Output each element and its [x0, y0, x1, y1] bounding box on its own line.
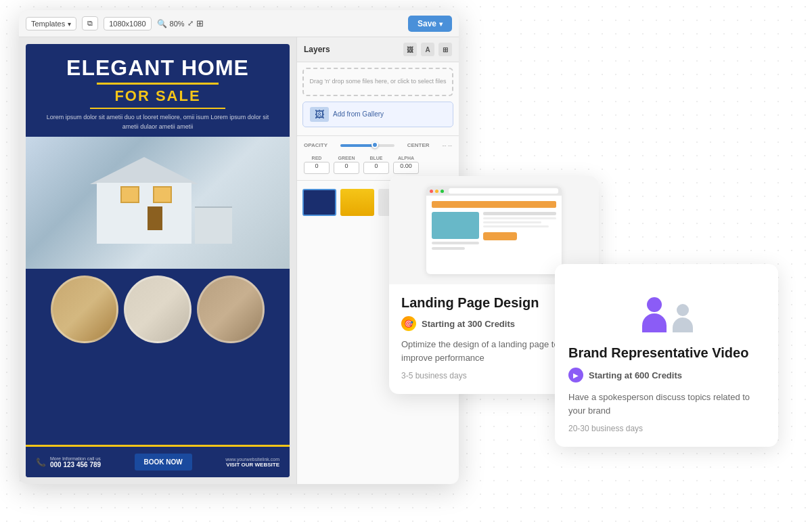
opacity-row: OPACITY CENTER -- --: [297, 139, 459, 152]
opacity-thumb[interactable]: [371, 141, 378, 148]
person-head-secondary: [677, 304, 689, 316]
phone-number: 000 123 456 789: [50, 461, 101, 468]
canvas-size-label: 1080x1080: [109, 20, 145, 28]
resize-icon: [187, 19, 194, 28]
brand-card-description: Have a spokesperson discuss topics relat…: [568, 391, 765, 417]
house-window-right: [153, 186, 172, 203]
flyer-title-bar: [97, 83, 219, 85]
drop-text: Drag 'n' drop some files here, or click …: [309, 77, 447, 87]
circle-bedroom: [197, 276, 265, 343]
mini-text-sm-3: [483, 225, 549, 227]
layers-icon-text[interactable]: A: [421, 43, 434, 56]
zoom-label: 80%: [170, 20, 185, 28]
mini-header-bar: [432, 201, 556, 208]
save-button[interactable]: Save: [408, 16, 452, 32]
templates-dropdown[interactable]: Templates: [26, 17, 76, 30]
flyer-title-line1: ELEGANT HOME: [39, 56, 276, 80]
layers-icon-add[interactable]: ⊞: [438, 43, 452, 56]
templates-chevron-icon: [68, 20, 71, 28]
opacity-label: OPACITY: [304, 142, 328, 148]
flyer-subtitle-bar: [90, 108, 225, 109]
dot-green: [441, 190, 444, 193]
dot-yellow: [435, 190, 438, 193]
house-illustration: [83, 149, 232, 257]
flyer-template: ELEGANT HOME FOR SALE Lorem ipsum dolor …: [26, 44, 290, 477]
blue-input[interactable]: 0: [363, 162, 389, 174]
grid-icon: [196, 18, 204, 28]
mini-right-col: [483, 212, 556, 250]
house-body: [97, 183, 191, 244]
editor-toolbar: Templates 1080x1080 🔍 80% Save: [19, 10, 459, 37]
alpha-input[interactable]: 0.00: [393, 162, 419, 174]
mini-text-sm-1: [483, 217, 556, 219]
mini-browser-bar: [426, 186, 562, 196]
channel-alpha: ALPHA 0.00: [393, 156, 419, 174]
layer-thumb-2[interactable]: [340, 189, 374, 216]
layers-header: Layers 🖼 A ⊞: [297, 37, 459, 62]
flyer-header: ELEGANT HOME FOR SALE Lorem ipsum dolor …: [26, 44, 290, 137]
footer-phone: 📞 More Information call us 000 123 456 7…: [36, 456, 101, 468]
brand-icon-area: [568, 280, 765, 334]
copy-icon: [87, 19, 93, 28]
dot-red: [430, 190, 433, 193]
red-input[interactable]: 0: [304, 162, 330, 174]
person-head-main: [647, 297, 662, 312]
templates-label: Templates: [31, 20, 65, 28]
flyer-title-line2: FOR SALE: [39, 87, 276, 105]
opacity-fill: [340, 144, 373, 147]
phone-label: More Information call us: [50, 456, 101, 461]
channel-green: GREEN 0: [334, 156, 359, 174]
person-body-secondary: [673, 317, 693, 332]
book-now-button[interactable]: BOOK NOW: [135, 454, 192, 470]
opacity-slider[interactable]: [340, 144, 394, 147]
visit-website-label: VISIT OUR WEBSITE: [225, 462, 279, 468]
gallery-label: Add from Gallery: [333, 110, 384, 118]
mini-page-content: [426, 196, 562, 255]
mini-left-col: [432, 212, 479, 250]
brand-card-days: 20-30 business days: [568, 424, 765, 433]
alpha-label: ALPHA: [398, 156, 414, 160]
center-label: CENTER: [407, 142, 430, 148]
red-label: RED: [312, 156, 322, 160]
footer-website: www.yourwebsitelink.com VISIT OUR WEBSIT…: [225, 457, 279, 468]
person-body-main: [642, 313, 667, 332]
brand-card-title: Brand Representative Video: [568, 345, 765, 361]
green-label: GREEN: [338, 156, 355, 160]
blue-label: BLUE: [369, 156, 382, 160]
mini-content-area: [432, 212, 556, 250]
layers-title: Layers: [304, 45, 330, 54]
landing-credits-text: Starting at 300 Credits: [422, 319, 515, 329]
mini-image-block: [432, 212, 479, 239]
circle-living: [124, 276, 191, 343]
save-chevron-icon: [439, 19, 443, 28]
person-icon-secondary: [667, 304, 698, 334]
house-roof: [90, 157, 198, 184]
flyer-circles: [26, 269, 290, 350]
mini-url-bar: [449, 188, 558, 194]
gallery-icon: 🖼: [310, 107, 329, 122]
brand-credits-icon: ▶: [568, 368, 583, 382]
brand-video-card: Brand Representative Video ▶ Starting at…: [555, 264, 778, 447]
green-input[interactable]: 0: [334, 162, 359, 174]
add-from-gallery-button[interactable]: 🖼 Add from Gallery: [302, 102, 453, 127]
flyer-main-image: [26, 137, 290, 269]
size-icon: [82, 16, 98, 30]
brand-credits-row: ▶ Starting at 600 Credits: [568, 368, 765, 382]
layers-divider-1: [297, 135, 459, 136]
layers-drop-area[interactable]: Drag 'n' drop some files here, or click …: [302, 68, 453, 96]
house-garage: [195, 206, 232, 244]
zoom-control[interactable]: 🔍 80%: [157, 18, 204, 28]
canvas-size[interactable]: 1080x1080: [104, 17, 151, 30]
color-channels: RED 0 GREEN 0 BLUE 0 ALPHA 0.00: [297, 152, 459, 177]
house-window-left: [120, 186, 139, 203]
mini-cta-btn: [483, 232, 517, 240]
circle-kitchen: [51, 276, 118, 343]
layer-thumb-1[interactable]: [302, 189, 336, 216]
credits-icon: 🎯: [401, 316, 416, 331]
mini-browser: [426, 186, 562, 274]
house-windows: [120, 186, 172, 203]
canvas-area[interactable]: ELEGANT HOME FOR SALE Lorem ipsum dolor …: [19, 37, 296, 484]
layers-header-icons: 🖼 A ⊞: [403, 43, 452, 56]
house-door: [148, 206, 162, 230]
layers-icon-img[interactable]: 🖼: [403, 43, 417, 56]
